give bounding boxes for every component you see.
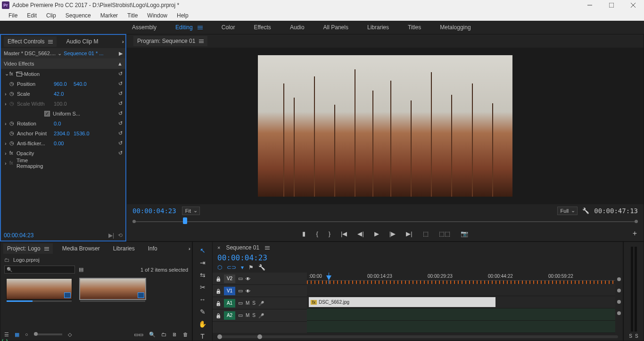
add-marker-button[interactable]: ▮ [302, 230, 305, 237]
workspace-menu-icon[interactable] [198, 26, 203, 29]
track-a2[interactable] [307, 321, 615, 333]
master-clip-label[interactable]: Master * DSC_5662.... [4, 50, 56, 56]
workspace-titles[interactable]: Titles [408, 24, 421, 31]
reset-icon[interactable] [118, 120, 123, 126]
loop-icon[interactable]: ⟲ [118, 232, 123, 239]
track-v1[interactable]: fx DSC_5662.jpg [307, 296, 615, 308]
menu-help[interactable]: Help [172, 12, 193, 19]
project-item-thumb[interactable] [6, 278, 72, 299]
disclosure-icon[interactable] [5, 121, 9, 126]
hand-tool[interactable]: ✋ [198, 320, 206, 328]
workspace-effects[interactable]: Effects [254, 24, 271, 31]
close-sequence-icon[interactable]: × [217, 245, 220, 250]
menu-window[interactable]: Window [142, 12, 172, 19]
add-marker-icon[interactable] [241, 264, 244, 271]
fx-badge-icon[interactable]: fx [9, 160, 15, 166]
menu-clip[interactable]: Clip [41, 12, 61, 19]
track-label[interactable]: A2 [224, 311, 235, 320]
reset-icon[interactable] [118, 81, 123, 87]
timeline-vscroll[interactable] [615, 273, 623, 333]
motion-effect-row[interactable]: fx Motion [1, 69, 125, 79]
workspace-color[interactable]: Color [222, 24, 235, 31]
play-in-to-out-icon[interactable]: ▶ [119, 50, 123, 57]
stopwatch-icon[interactable] [9, 91, 15, 97]
menu-sequence[interactable]: Sequence [61, 12, 96, 19]
timeline-zoom-bar[interactable] [213, 333, 623, 341]
stopwatch-icon[interactable] [9, 81, 15, 87]
mark-in-button[interactable]: { [316, 230, 318, 237]
lock-icon[interactable] [215, 288, 221, 294]
step-back-button[interactable]: ◀| [357, 230, 363, 237]
rotation-value[interactable]: 0.0 [54, 121, 74, 126]
track-header-a1[interactable]: A1 MS [213, 297, 307, 309]
reset-icon[interactable] [118, 100, 123, 107]
collapse-icon[interactable]: ▲ [117, 61, 123, 67]
workspace-audio[interactable]: Audio [290, 24, 305, 31]
workspace-editing[interactable]: Editing [175, 24, 203, 31]
scale-value[interactable]: 42.0 [54, 91, 74, 97]
zoom-level-select[interactable]: Fit [182, 207, 200, 215]
stopwatch-icon[interactable] [9, 120, 15, 126]
program-scrubber[interactable] [132, 217, 638, 226]
lock-icon[interactable] [215, 313, 221, 318]
timeline-tracks-area[interactable]: :00:00 00:00:14:23 00:00:29:23 00:00:44:… [307, 273, 615, 333]
lock-icon[interactable] [215, 276, 221, 282]
track-label[interactable]: A1 [224, 299, 235, 308]
icon-view-icon[interactable]: ▦ [15, 332, 19, 338]
panel-menu-icon[interactable] [48, 40, 53, 43]
fx-badge-icon[interactable]: fx [9, 150, 15, 156]
sequence-clip-label[interactable]: Sequence 01 * ... [64, 50, 103, 56]
panel-menu-icon[interactable] [199, 40, 204, 43]
position-x-value[interactable]: 960.0 [54, 81, 74, 87]
track-label[interactable]: V1 [224, 287, 235, 295]
disclosure-icon[interactable] [5, 101, 9, 107]
stopwatch-icon[interactable] [9, 130, 15, 136]
disclosure-icon[interactable] [5, 71, 9, 77]
resolution-select[interactable]: Full [557, 207, 578, 215]
scrubber-start[interactable] [132, 220, 136, 223]
mark-out-button[interactable]: } [329, 230, 330, 237]
track-a1[interactable] [307, 308, 615, 321]
linked-selection-icon[interactable] [227, 264, 236, 271]
track-header-a2[interactable]: A2 MS [213, 309, 307, 322]
reset-icon[interactable] [118, 150, 123, 156]
disclosure-icon[interactable] [5, 150, 9, 156]
reset-icon[interactable] [118, 130, 123, 136]
position-y-value[interactable]: 540.0 [74, 81, 93, 87]
timeline-settings-icon[interactable]: ⚑ [248, 264, 254, 271]
go-to-in-button[interactable]: |◀ [341, 230, 347, 237]
export-frame-button[interactable]: 📷 [461, 230, 468, 237]
timeline-timecode[interactable]: 00:00:04:23 [217, 253, 267, 262]
tab-program[interactable]: Program: Sequence 01 [133, 36, 207, 46]
freeform-view-icon[interactable]: ○ [25, 332, 28, 337]
ripple-edit-tool[interactable]: ⇆ [200, 271, 206, 279]
stopwatch-icon[interactable] [9, 140, 15, 146]
sequence-name[interactable]: Sequence 01 [226, 244, 259, 251]
button-editor-icon[interactable]: + [633, 229, 637, 238]
list-view-icon[interactable]: ☰ [4, 332, 9, 338]
solo-right[interactable]: S [635, 333, 638, 339]
project-breadcrumb[interactable]: Logo.prproj [4, 257, 188, 263]
video-effects-section[interactable]: Video Effects ▲ [1, 58, 125, 69]
selection-tool[interactable]: ↖ [200, 247, 206, 254]
track-select-tool[interactable]: ⇥ [200, 259, 206, 266]
tab-media-browser[interactable]: Media Browser [58, 243, 104, 254]
pen-tool[interactable]: ✎ [200, 308, 206, 316]
menu-edit[interactable]: Edit [22, 12, 41, 19]
tab-audio-clip-mixer[interactable]: Audio Clip M [62, 36, 102, 47]
tab-project[interactable]: Project: Logo [3, 243, 53, 254]
minimize-button[interactable] [579, 0, 601, 10]
scrubber-playhead[interactable] [183, 217, 187, 224]
fx-badge-icon[interactable]: fx [9, 71, 15, 76]
auto-sequence-icon[interactable]: ▭▭ [134, 332, 143, 338]
mute-button[interactable]: M [246, 300, 249, 306]
disclosure-icon[interactable] [5, 160, 9, 166]
slip-tool[interactable]: ↔ [199, 296, 206, 303]
thumb-zoom-slider[interactable] [34, 333, 62, 335]
menu-title[interactable]: Title [123, 12, 142, 19]
anchor-y-value[interactable]: 1536.0 [74, 131, 93, 136]
reset-icon[interactable] [118, 91, 123, 97]
panel-menu-icon[interactable] [265, 246, 270, 250]
menu-marker[interactable]: Marker [96, 12, 123, 19]
tab-libraries[interactable]: Libraries [109, 243, 139, 254]
